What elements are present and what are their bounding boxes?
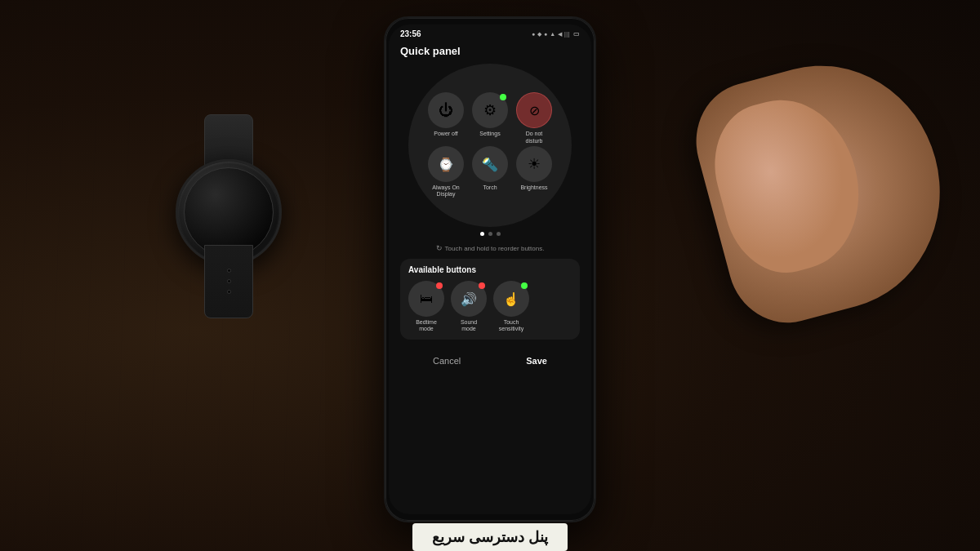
bedtime-icon: 🛏 [408, 281, 444, 317]
watch-hole [227, 269, 231, 273]
quick-btn-settings[interactable]: ⚙ Settings [469, 92, 511, 144]
settings-icon: ⚙ [472, 92, 508, 128]
save-button[interactable]: Save [510, 353, 564, 369]
quick-btn-touch-sensitivity[interactable]: ☝ Touchsensitivity [493, 281, 529, 333]
quick-btn-bedtime[interactable]: 🛏 Bedtimemode [408, 281, 444, 333]
watch-face [184, 167, 274, 257]
touch-sensitivity-icon: ☝ [493, 281, 529, 317]
quick-panel-content: Quick panel ⏻ Power off ⚙ Settings [389, 42, 591, 340]
quick-panel-title: Quick panel [400, 45, 580, 57]
dot-2 [488, 232, 492, 236]
quick-circle: ⏻ Power off ⚙ Settings ⊘ Do notdisturb [408, 64, 572, 227]
bottom-buttons: Cancel Save [389, 344, 591, 377]
settings-label: Settings [479, 131, 500, 137]
watch-band-bottom [204, 245, 253, 318]
quick-btn-sound-mode[interactable]: 🔊 Soundmode [451, 281, 487, 333]
do-not-disturb-icon: ⊘ [516, 92, 552, 128]
quick-btn-always-on[interactable]: ⌚ Always OnDisplay [425, 146, 467, 198]
do-not-disturb-label: Do notdisturb [525, 131, 542, 144]
instruction-text: ↻ Touch and hold to reorder buttons. [400, 241, 580, 256]
available-buttons-section: Available buttons 🛏 Bedtimemode 🔊 [400, 259, 580, 340]
quick-btn-brightness[interactable]: ☀ Brightness [513, 146, 555, 198]
sound-mode-dot [479, 282, 485, 289]
subtitle-bar: پنل دسترسی سریع [412, 523, 568, 551]
power-off-icon: ⏻ [428, 92, 464, 128]
status-signal-icons: ● ◆ ● ▲ ◀ ||| [532, 31, 570, 38]
touch-sensitivity-label: Touchsensitivity [499, 319, 523, 333]
always-on-label: Always OnDisplay [432, 184, 459, 198]
available-buttons-row: 🛏 Bedtimemode 🔊 Soundmode [408, 281, 572, 333]
bedtime-dot [436, 282, 443, 289]
quick-btn-power-off[interactable]: ⏻ Power off [425, 92, 467, 144]
subtitle-text: پنل دسترسی سریع [432, 529, 548, 545]
torch-label: Torch [483, 184, 497, 191]
watch-hole [227, 279, 231, 283]
quick-btn-do-not-disturb[interactable]: ⊘ Do notdisturb [513, 92, 555, 144]
available-title: Available buttons [408, 265, 572, 274]
status-icons: ● ◆ ● ▲ ◀ ||| ▭ [532, 30, 580, 38]
watch [147, 98, 310, 327]
dot-1 [480, 232, 484, 236]
watch-hole [227, 290, 231, 294]
settings-dot [500, 94, 506, 100]
bedtime-label: Bedtimemode [416, 319, 437, 333]
battery-icon: ▭ [573, 30, 580, 38]
instruction-label: Touch and hold to reorder buttons. [445, 245, 545, 252]
always-on-icon: ⌚ [428, 146, 464, 182]
sound-mode-icon: 🔊 [451, 281, 487, 317]
brightness-label: Brightness [520, 184, 547, 191]
power-off-label: Power off [434, 131, 457, 137]
cancel-button[interactable]: Cancel [416, 353, 477, 369]
quick-btn-torch[interactable]: 🔦 Torch [469, 146, 511, 198]
status-time: 23:56 [400, 29, 421, 38]
watch-holes [225, 269, 232, 301]
quick-buttons-grid: ⏻ Power off ⚙ Settings ⊘ Do notdisturb [425, 92, 555, 198]
dot-3 [497, 232, 501, 236]
status-bar: 23:56 ● ◆ ● ▲ ◀ ||| ▭ [389, 24, 591, 42]
torch-icon: 🔦 [472, 146, 508, 182]
phone-screen: 23:56 ● ◆ ● ▲ ◀ ||| ▭ Quick panel ⏻ Powe… [389, 24, 591, 514]
brightness-icon: ☀ [516, 146, 552, 182]
phone: 23:56 ● ◆ ● ▲ ◀ ||| ▭ Quick panel ⏻ Powe… [384, 16, 596, 522]
pagination-dots [400, 232, 580, 236]
touch-sensitivity-dot [521, 282, 528, 289]
instruction-icon: ↻ [436, 244, 443, 252]
sound-mode-label: Soundmode [461, 319, 477, 333]
